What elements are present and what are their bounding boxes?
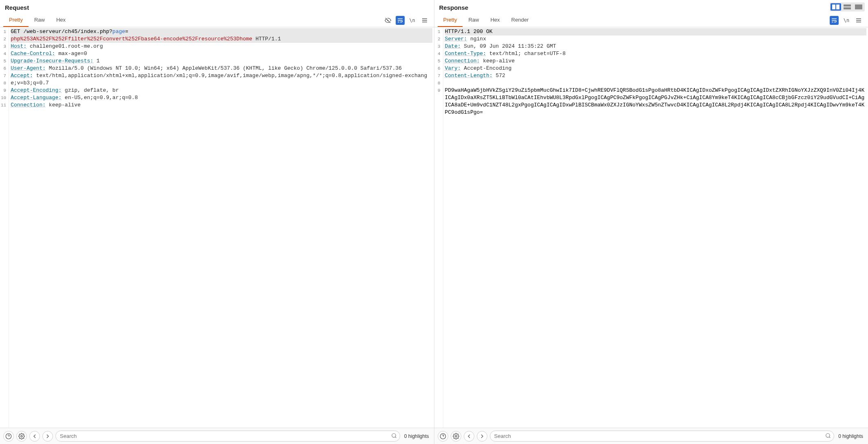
hide-icon[interactable] — [383, 16, 392, 25]
tab-raw[interactable]: Raw — [29, 13, 51, 27]
tab-pretty[interactable]: Pretty — [3, 13, 29, 27]
gear-icon[interactable] — [451, 431, 461, 442]
svg-rect-1 — [836, 4, 839, 9]
response-search-input[interactable] — [490, 431, 835, 442]
response-highlights: 0 highlights — [837, 433, 865, 439]
response-tabs: Pretty Raw Hex Render — [438, 13, 535, 27]
layout-combined-button[interactable] — [853, 3, 864, 11]
svg-rect-4 — [855, 4, 862, 9]
tab-hex[interactable]: Hex — [485, 13, 505, 27]
svg-point-6 — [21, 435, 22, 437]
search-icon[interactable] — [825, 433, 831, 440]
prev-icon[interactable] — [29, 431, 40, 442]
request-panel: Request Pretty Raw Hex \n — [0, 0, 434, 444]
newline-icon[interactable]: \n — [408, 16, 417, 25]
tab-raw[interactable]: Raw — [463, 13, 485, 27]
response-title: Response — [439, 4, 864, 11]
tab-hex[interactable]: Hex — [51, 13, 71, 27]
next-icon[interactable] — [42, 431, 53, 442]
svg-rect-2 — [844, 4, 851, 7]
gear-icon[interactable] — [16, 431, 27, 442]
menu-icon[interactable] — [854, 16, 863, 25]
response-panel: Response Pretty Raw Hex Render \n 123456… — [434, 0, 868, 444]
request-title: Request — [5, 4, 429, 11]
request-highlights: 0 highlights — [403, 433, 431, 439]
request-search-input[interactable] — [55, 431, 400, 442]
svg-point-7 — [392, 433, 396, 437]
svg-point-9 — [455, 435, 457, 437]
wrap-icon[interactable] — [830, 16, 839, 25]
layout-controls — [830, 2, 865, 11]
svg-rect-0 — [832, 4, 835, 9]
layout-rows-button[interactable] — [842, 3, 853, 11]
newline-icon[interactable]: \n — [842, 16, 851, 25]
help-icon[interactable] — [3, 431, 14, 442]
next-icon[interactable] — [477, 431, 487, 442]
svg-point-10 — [826, 433, 830, 437]
response-editor[interactable]: 123456789 HTTP/1.1 200 OKServer: nginxDa… — [434, 27, 868, 428]
tab-render[interactable]: Render — [506, 13, 535, 27]
wrap-icon[interactable] — [396, 16, 405, 25]
layout-columns-button[interactable] — [831, 3, 841, 11]
menu-icon[interactable] — [420, 16, 429, 25]
search-icon[interactable] — [391, 433, 397, 440]
tab-pretty[interactable]: Pretty — [438, 13, 463, 27]
svg-rect-3 — [844, 7, 851, 9]
request-editor[interactable]: 1234567891011 GET /web-serveur/ch45/inde… — [0, 27, 434, 428]
help-icon[interactable] — [438, 431, 448, 442]
request-tabs: Pretty Raw Hex — [3, 13, 71, 27]
prev-icon[interactable] — [464, 431, 474, 442]
